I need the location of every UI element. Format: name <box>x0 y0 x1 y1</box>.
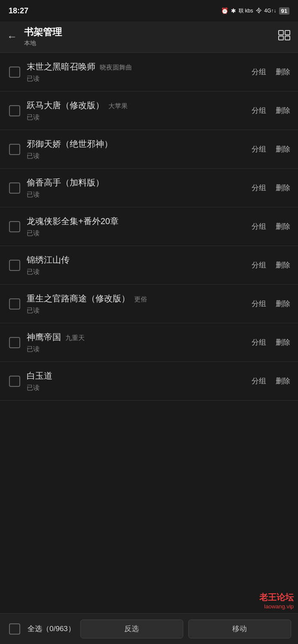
book-title-row: 邪御天娇（绝世邪神） <box>27 138 246 149</box>
book-item-4: 偷香高手（加料版） 已读 分组 删除 <box>0 169 298 207</box>
svg-rect-3 <box>285 36 290 40</box>
book-title-row: 神鹰帝国 九重天 <box>27 331 246 343</box>
book-checkbox-wrap-2[interactable] <box>7 105 22 116</box>
book-group-button-6[interactable]: 分组 <box>251 258 267 272</box>
select-all-checkbox[interactable] <box>9 623 20 635</box>
book-checkbox-5[interactable] <box>9 221 20 232</box>
book-delete-button-7[interactable]: 删除 <box>275 297 291 310</box>
book-checkbox-wrap-1[interactable] <box>7 67 22 78</box>
book-checkbox-wrap-3[interactable] <box>7 144 22 155</box>
book-status-5: 已读 <box>27 229 246 237</box>
book-info-3: 邪御天娇（绝世邪神） 已读 <box>22 138 251 160</box>
move-button[interactable]: 移动 <box>188 620 291 638</box>
book-group-button-9[interactable]: 分组 <box>251 374 267 388</box>
book-actions-4: 分组 删除 <box>251 181 291 194</box>
book-title-row: 锦绣江山传 <box>27 254 246 265</box>
book-actions-5: 分组 删除 <box>251 220 291 233</box>
reverse-select-button[interactable]: 反选 <box>80 620 183 638</box>
book-checkbox-wrap-4[interactable] <box>7 182 22 194</box>
book-title: 神鹰帝国 <box>27 331 61 343</box>
book-actions-7: 分组 删除 <box>251 297 291 310</box>
book-checkbox-wrap-7[interactable] <box>7 298 22 310</box>
page-subtitle: 本地 <box>24 39 278 47</box>
book-checkbox-wrap-8[interactable] <box>7 337 22 348</box>
wifi-icon: 令 <box>256 7 262 15</box>
book-delete-button-5[interactable]: 删除 <box>275 220 291 233</box>
header-center: 书架管理 本地 <box>24 26 278 47</box>
book-delete-button-6[interactable]: 删除 <box>275 258 291 272</box>
select-all-checkbox-wrap[interactable] <box>7 623 22 635</box>
book-status-6: 已读 <box>27 268 246 276</box>
book-title-row: 重生之官路商途（修改版） 更俗 <box>27 293 246 304</box>
book-info-2: 跃马大唐（修改版） 大苹果 已读 <box>22 100 251 122</box>
book-delete-button-4[interactable]: 删除 <box>275 181 291 194</box>
book-item-8: 神鹰帝国 九重天 已读 分组 删除 <box>0 323 298 362</box>
book-title: 偷香高手（加料版） <box>27 177 104 188</box>
svg-rect-0 <box>279 30 283 35</box>
book-title: 末世之黑暗召唤师 <box>27 61 95 72</box>
header-menu-button[interactable] <box>278 30 291 43</box>
book-delete-button-9[interactable]: 删除 <box>275 374 291 388</box>
book-status-8: 已读 <box>27 345 246 353</box>
book-title: 白玉道 <box>27 370 52 381</box>
watermark-sub: laowang.vip <box>259 603 294 610</box>
book-group-button-4[interactable]: 分组 <box>251 181 267 194</box>
book-status-3: 已读 <box>27 152 246 160</box>
book-checkbox-4[interactable] <box>9 182 20 194</box>
back-button[interactable]: ← <box>7 30 17 43</box>
book-actions-9: 分组 删除 <box>251 374 291 388</box>
bottom-bar: 全选（0/963） 反选 移动 <box>0 613 298 644</box>
book-checkbox-9[interactable] <box>9 376 20 387</box>
book-checkbox-8[interactable] <box>9 337 20 348</box>
book-title: 锦绣江山传 <box>27 254 70 265</box>
book-group-button-1[interactable]: 分组 <box>251 65 267 79</box>
book-checkbox-wrap-5[interactable] <box>7 221 22 232</box>
book-delete-button-8[interactable]: 删除 <box>275 336 291 349</box>
select-all-label: 全选（0/963） <box>28 624 75 634</box>
book-delete-button-3[interactable]: 删除 <box>275 143 291 156</box>
book-info-1: 末世之黑暗召唤师 晓夜圆舞曲 已读 <box>22 61 251 83</box>
book-group-button-2[interactable]: 分组 <box>251 104 267 117</box>
book-info-8: 神鹰帝国 九重天 已读 <box>22 331 251 353</box>
book-status-1: 已读 <box>27 75 246 83</box>
book-delete-button-2[interactable]: 删除 <box>275 104 291 117</box>
book-actions-6: 分组 删除 <box>251 258 291 272</box>
book-author: 晓夜圆舞曲 <box>100 64 132 72</box>
svg-rect-2 <box>279 36 283 40</box>
book-title: 龙魂侠影全集+番外20章 <box>27 216 119 227</box>
book-checkbox-wrap-9[interactable] <box>7 376 22 387</box>
book-item-6: 锦绣江山传 已读 分组 删除 <box>0 246 298 285</box>
book-title: 邪御天娇（绝世邪神） <box>27 138 113 149</box>
book-group-button-3[interactable]: 分组 <box>251 143 267 156</box>
book-actions-1: 分组 删除 <box>251 65 291 79</box>
book-checkbox-7[interactable] <box>9 298 20 310</box>
book-checkbox-3[interactable] <box>9 144 20 155</box>
book-title: 跃马大唐（修改版） <box>27 100 104 111</box>
book-checkbox-wrap-6[interactable] <box>7 260 22 271</box>
book-group-button-5[interactable]: 分组 <box>251 220 267 233</box>
book-title-row: 末世之黑暗召唤师 晓夜圆舞曲 <box>27 61 246 72</box>
book-item-3: 邪御天娇（绝世邪神） 已读 分组 删除 <box>0 130 298 169</box>
network-icon: 联 kbs <box>239 7 253 15</box>
book-list: 末世之黑暗召唤师 晓夜圆舞曲 已读 分组 删除 跃马大唐（修改版） 大苹果 已读… <box>0 53 298 401</box>
book-status-9: 已读 <box>27 384 246 392</box>
book-group-button-8[interactable]: 分组 <box>251 336 267 349</box>
signal-icon: 4G↑↓ <box>264 8 276 14</box>
svg-rect-1 <box>285 30 290 35</box>
book-item-9: 白玉道 已读 分组 删除 <box>0 362 298 401</box>
book-info-4: 偷香高手（加料版） 已读 <box>22 177 251 199</box>
book-actions-3: 分组 删除 <box>251 143 291 156</box>
book-title-row: 跃马大唐（修改版） 大苹果 <box>27 100 246 111</box>
battery-icon: 91 <box>279 7 289 15</box>
book-group-button-7[interactable]: 分组 <box>251 297 267 310</box>
book-checkbox-1[interactable] <box>9 67 20 78</box>
book-title: 重生之官路商途（修改版） <box>27 293 130 304</box>
book-title-row: 龙魂侠影全集+番外20章 <box>27 216 246 227</box>
book-checkbox-6[interactable] <box>9 260 20 271</box>
alarm-icon: ⏰ <box>221 7 228 14</box>
book-status-7: 已读 <box>27 307 246 315</box>
book-delete-button-1[interactable]: 删除 <box>275 65 291 79</box>
book-title-row: 白玉道 <box>27 370 246 381</box>
book-author: 大苹果 <box>108 102 128 110</box>
book-checkbox-2[interactable] <box>9 105 20 116</box>
